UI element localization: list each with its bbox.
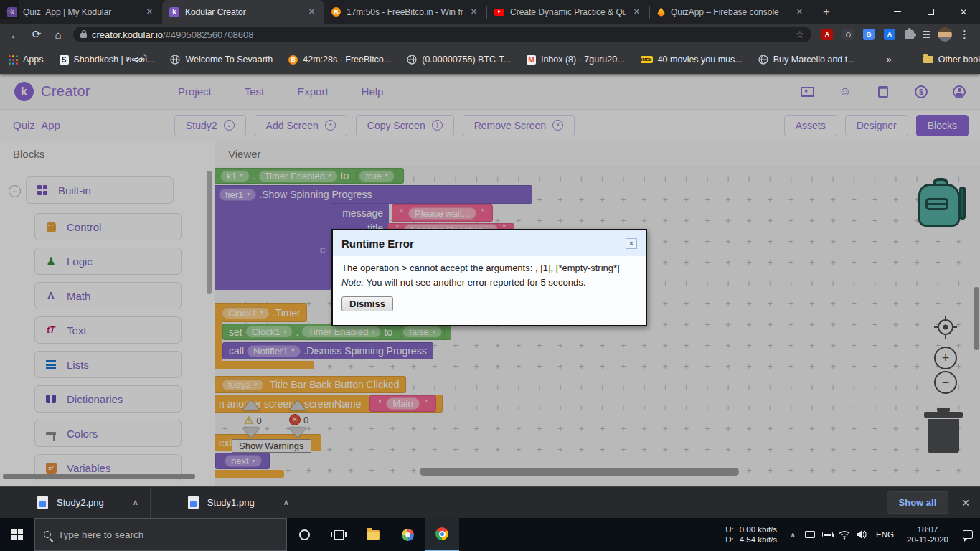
taskbar-search[interactable] bbox=[34, 518, 287, 551]
block-back-button-clicked-event[interactable]: tudy2▾ .Title Bar Back Button Clicked bbox=[215, 376, 406, 393]
block-set-timer-enabled-true[interactable]: k1▾ . Timer Enabled▾ to true▾ bbox=[215, 168, 404, 184]
block-body[interactable] bbox=[215, 202, 331, 290]
account-icon[interactable] bbox=[951, 85, 967, 99]
logic-value-dropdown[interactable]: false bbox=[409, 327, 428, 336]
sidebar-item-control[interactable]: Control bbox=[34, 213, 182, 240]
block-text-main[interactable]: “ Main ” bbox=[369, 395, 435, 412]
dialog-close-icon[interactable]: ✕ bbox=[626, 238, 637, 249]
designer-button[interactable]: Designer bbox=[845, 115, 908, 136]
tab-close-icon[interactable]: ✕ bbox=[468, 6, 479, 17]
text-value[interactable]: Main bbox=[392, 399, 413, 408]
block-dropdown[interactable]: k1 bbox=[227, 171, 237, 181]
tab-close-icon[interactable]: ✕ bbox=[631, 6, 642, 17]
language-indicator[interactable]: ENG bbox=[870, 530, 900, 539]
paint-button[interactable] bbox=[390, 518, 425, 551]
text-value[interactable]: Please wait... bbox=[415, 209, 470, 218]
browser-menu-icon[interactable]: ⋮ bbox=[955, 28, 974, 41]
hidden-icons-chevron[interactable]: ∧ bbox=[784, 531, 801, 539]
error-counter[interactable]: ✕ 0 bbox=[289, 414, 308, 425]
trash-icon[interactable] bbox=[924, 408, 963, 453]
tab-close-icon[interactable]: ✕ bbox=[794, 6, 805, 17]
extensions-puzzle-icon[interactable] bbox=[905, 30, 914, 39]
action-center-button[interactable] bbox=[956, 530, 980, 539]
bookmark-freebitco[interactable]: B 42m:28s - FreeBitco... bbox=[288, 55, 391, 65]
menu-test[interactable]: Test bbox=[245, 85, 265, 98]
tab-youtube[interactable]: Create Dynamic Practice & Qui ✕ bbox=[487, 0, 649, 24]
download-menu-icon[interactable]: ∧ bbox=[133, 498, 138, 507]
close-downloads-bar-icon[interactable]: ✕ bbox=[961, 497, 970, 509]
center-blocks-icon[interactable] bbox=[933, 315, 958, 339]
bookmarks-overflow-button[interactable]: » bbox=[887, 55, 892, 65]
block-clock-timer-event[interactable]: Clock1▾ .Timer bbox=[215, 303, 307, 322]
block-dropdown[interactable]: Notifier1 bbox=[253, 347, 288, 356]
back-button[interactable]: ← bbox=[6, 25, 24, 44]
sidebar-item-builtin[interactable]: Built-in bbox=[26, 176, 174, 204]
warning-counter[interactable]: ⚠ 0 bbox=[244, 414, 262, 427]
pdf-extension-icon[interactable]: A bbox=[821, 29, 833, 40]
tab-firebase[interactable]: QuizApp – Firebase console ✕ bbox=[650, 0, 812, 24]
block-dropdown[interactable]: tudy2 bbox=[228, 380, 251, 390]
home-button[interactable]: ⌂ bbox=[49, 25, 67, 44]
show-warnings-button[interactable]: Show Warnings bbox=[232, 439, 311, 453]
menu-project[interactable]: Project bbox=[178, 85, 212, 98]
bookmark-btc[interactable]: (0.00000755) BTC-T... bbox=[407, 55, 511, 65]
block-dropdown[interactable]: Timer Enabled bbox=[265, 171, 325, 181]
blocks-canvas[interactable]: ++++++++++++++++++++++++++++++++++++++++… bbox=[215, 166, 980, 486]
task-view-button[interactable] bbox=[321, 518, 356, 551]
block-dismiss-spinning-progress[interactable]: call Notifier1▾ .Dismiss Spinning Progre… bbox=[222, 342, 433, 359]
search-input[interactable] bbox=[58, 529, 278, 540]
close-window-button[interactable]: ✕ bbox=[947, 0, 980, 24]
tab-close-icon[interactable]: ✕ bbox=[306, 6, 317, 17]
zoom-in-button[interactable]: + bbox=[934, 347, 957, 369]
block-dropdown[interactable]: Clock1 bbox=[252, 327, 281, 336]
docs-icon[interactable] bbox=[875, 85, 891, 99]
sidebar-vertical-scrollbar[interactable] bbox=[207, 171, 212, 294]
sidebar-horizontal-scrollbar[interactable] bbox=[3, 474, 195, 479]
display-sync-button[interactable] bbox=[801, 531, 819, 538]
volume-button[interactable] bbox=[853, 530, 870, 539]
wifi-button[interactable] bbox=[836, 530, 853, 540]
address-bar[interactable]: creator.kodular.io/#4905082560708608 ☆ bbox=[73, 27, 811, 42]
menu-export[interactable]: Export bbox=[297, 85, 328, 98]
copy-screen-button[interactable]: Copy Screen ) bbox=[356, 115, 454, 136]
profile-avatar[interactable] bbox=[938, 27, 952, 42]
scroll-up-arrow-icon[interactable] bbox=[289, 400, 306, 410]
bookmark-inbox[interactable]: M Inbox (8) - 7guru20... bbox=[527, 55, 625, 65]
download-item[interactable]: Study1.png ∧ bbox=[151, 487, 301, 518]
monetize-icon[interactable]: $ bbox=[913, 85, 929, 99]
backpack-icon[interactable] bbox=[917, 178, 967, 231]
kodular-logo[interactable]: k bbox=[14, 82, 34, 101]
sidebar-item-logic[interactable]: ♟ Logic bbox=[34, 248, 182, 275]
canvas-horizontal-scrollbar[interactable] bbox=[420, 468, 739, 476]
block-dropdown[interactable]: Timer Enabled bbox=[308, 327, 368, 336]
show-all-downloads-button[interactable]: Show all bbox=[887, 491, 949, 514]
cortana-button[interactable] bbox=[287, 518, 321, 551]
block-dropdown[interactable]: Clock1 bbox=[228, 309, 257, 318]
download-item[interactable]: Study2.png ∧ bbox=[0, 487, 150, 518]
tab-freebitco[interactable]: B 17m:50s - FreeBitco.in - Win fre ✕ bbox=[324, 0, 486, 24]
screen-picker-button[interactable]: Study2 ⌄ bbox=[174, 115, 246, 136]
bookmark-star-icon[interactable]: ☆ bbox=[795, 29, 804, 40]
sidebar-item-lists[interactable]: Lists bbox=[34, 351, 182, 378]
menu-help[interactable]: Help bbox=[362, 85, 384, 98]
tab-close-icon[interactable]: ✕ bbox=[144, 6, 155, 17]
remove-screen-button[interactable]: Remove Screen × bbox=[463, 115, 575, 136]
scroll-down-arrow-icon[interactable] bbox=[289, 428, 306, 438]
other-bookmarks-button[interactable]: Other bookmarks bbox=[923, 55, 980, 65]
minimize-button[interactable] bbox=[881, 0, 914, 24]
bookmark-marcello[interactable]: Buy Marcello and t... bbox=[758, 55, 855, 65]
bookmark-shabdkosh[interactable]: S Shabdkosh | शब्दको... bbox=[60, 55, 155, 65]
block-show-spinning-progress[interactable]: fier1▾ .Show Spinning Progress bbox=[215, 185, 532, 204]
network-speed-widget[interactable]: U: 0.00 kbit/s D: 4.54 kbit/s bbox=[725, 524, 777, 545]
gallery-icon[interactable] bbox=[799, 85, 815, 99]
canvas-vertical-scrollbar[interactable] bbox=[974, 287, 979, 350]
chrome-button[interactable] bbox=[425, 518, 459, 551]
scroll-up-arrow-icon[interactable] bbox=[242, 400, 260, 410]
translate-extension-icon[interactable]: G bbox=[863, 29, 875, 40]
collapse-tree-icon[interactable]: − bbox=[9, 185, 21, 197]
sidebar-item-text[interactable]: tT Text bbox=[34, 316, 182, 344]
sidebar-item-colors[interactable]: Colors bbox=[34, 420, 182, 447]
screenshot-extension-icon[interactable] bbox=[842, 29, 854, 40]
logic-value-dropdown[interactable]: true bbox=[365, 171, 381, 181]
tab-quiz-app[interactable]: k Quiz_App | My Kodular ✕ bbox=[0, 0, 162, 24]
